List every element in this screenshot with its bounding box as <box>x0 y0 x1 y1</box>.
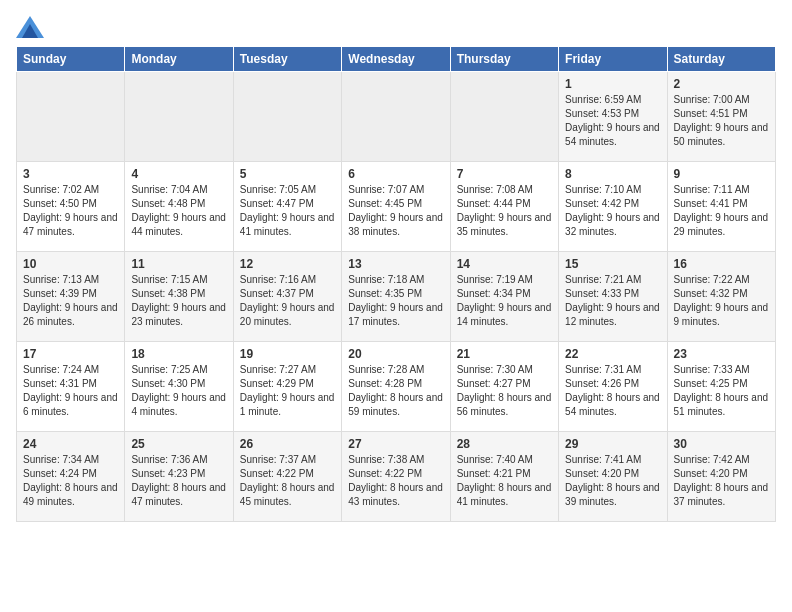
day-cell: 11Sunrise: 7:15 AMSunset: 4:38 PMDayligh… <box>125 252 233 342</box>
day-cell: 9Sunrise: 7:11 AMSunset: 4:41 PMDaylight… <box>667 162 775 252</box>
day-cell <box>233 72 341 162</box>
sunrise: Sunrise: 7:30 AM <box>457 363 552 377</box>
sunset: Sunset: 4:22 PM <box>240 467 335 481</box>
sunrise: Sunrise: 7:34 AM <box>23 453 118 467</box>
day-number: 12 <box>240 257 335 271</box>
day-number: 3 <box>23 167 118 181</box>
day-info: Sunrise: 7:24 AMSunset: 4:31 PMDaylight:… <box>23 363 118 419</box>
day-info: Sunrise: 7:37 AMSunset: 4:22 PMDaylight:… <box>240 453 335 509</box>
sunset: Sunset: 4:51 PM <box>674 107 769 121</box>
day-cell: 12Sunrise: 7:16 AMSunset: 4:37 PMDayligh… <box>233 252 341 342</box>
sunrise: Sunrise: 7:27 AM <box>240 363 335 377</box>
day-cell: 5Sunrise: 7:05 AMSunset: 4:47 PMDaylight… <box>233 162 341 252</box>
day-number: 18 <box>131 347 226 361</box>
day-number: 29 <box>565 437 660 451</box>
day-number: 16 <box>674 257 769 271</box>
sunset: Sunset: 4:24 PM <box>23 467 118 481</box>
day-info: Sunrise: 7:02 AMSunset: 4:50 PMDaylight:… <box>23 183 118 239</box>
sunrise: Sunrise: 7:05 AM <box>240 183 335 197</box>
day-number: 10 <box>23 257 118 271</box>
day-cell: 30Sunrise: 7:42 AMSunset: 4:20 PMDayligh… <box>667 432 775 522</box>
day-number: 15 <box>565 257 660 271</box>
day-number: 7 <box>457 167 552 181</box>
day-number: 17 <box>23 347 118 361</box>
day-cell: 3Sunrise: 7:02 AMSunset: 4:50 PMDaylight… <box>17 162 125 252</box>
sunrise: Sunrise: 7:13 AM <box>23 273 118 287</box>
calendar-table: SundayMondayTuesdayWednesdayThursdayFrid… <box>16 46 776 522</box>
day-number: 9 <box>674 167 769 181</box>
day-number: 6 <box>348 167 443 181</box>
daylight: Daylight: 8 hours and 49 minutes. <box>23 481 118 509</box>
day-number: 24 <box>23 437 118 451</box>
daylight: Daylight: 9 hours and 38 minutes. <box>348 211 443 239</box>
day-number: 2 <box>674 77 769 91</box>
sunrise: Sunrise: 7:16 AM <box>240 273 335 287</box>
sunset: Sunset: 4:33 PM <box>565 287 660 301</box>
day-info: Sunrise: 7:21 AMSunset: 4:33 PMDaylight:… <box>565 273 660 329</box>
day-cell: 18Sunrise: 7:25 AMSunset: 4:30 PMDayligh… <box>125 342 233 432</box>
sunset: Sunset: 4:30 PM <box>131 377 226 391</box>
day-number: 11 <box>131 257 226 271</box>
day-info: Sunrise: 7:33 AMSunset: 4:25 PMDaylight:… <box>674 363 769 419</box>
sunset: Sunset: 4:41 PM <box>674 197 769 211</box>
day-cell: 6Sunrise: 7:07 AMSunset: 4:45 PMDaylight… <box>342 162 450 252</box>
day-number: 14 <box>457 257 552 271</box>
logo-icon <box>16 16 44 38</box>
day-info: Sunrise: 7:11 AMSunset: 4:41 PMDaylight:… <box>674 183 769 239</box>
day-cell: 22Sunrise: 7:31 AMSunset: 4:26 PMDayligh… <box>559 342 667 432</box>
week-row-3: 10Sunrise: 7:13 AMSunset: 4:39 PMDayligh… <box>17 252 776 342</box>
sunrise: Sunrise: 7:37 AM <box>240 453 335 467</box>
sunset: Sunset: 4:21 PM <box>457 467 552 481</box>
sunrise: Sunrise: 7:25 AM <box>131 363 226 377</box>
day-cell: 21Sunrise: 7:30 AMSunset: 4:27 PMDayligh… <box>450 342 558 432</box>
day-info: Sunrise: 7:04 AMSunset: 4:48 PMDaylight:… <box>131 183 226 239</box>
day-info: Sunrise: 6:59 AMSunset: 4:53 PMDaylight:… <box>565 93 660 149</box>
day-cell: 10Sunrise: 7:13 AMSunset: 4:39 PMDayligh… <box>17 252 125 342</box>
day-info: Sunrise: 7:27 AMSunset: 4:29 PMDaylight:… <box>240 363 335 419</box>
day-info: Sunrise: 7:15 AMSunset: 4:38 PMDaylight:… <box>131 273 226 329</box>
sunrise: Sunrise: 7:33 AM <box>674 363 769 377</box>
daylight: Daylight: 8 hours and 37 minutes. <box>674 481 769 509</box>
sunrise: Sunrise: 7:00 AM <box>674 93 769 107</box>
day-number: 19 <box>240 347 335 361</box>
sunrise: Sunrise: 7:21 AM <box>565 273 660 287</box>
sunrise: Sunrise: 7:19 AM <box>457 273 552 287</box>
daylight: Daylight: 9 hours and 4 minutes. <box>131 391 226 419</box>
day-number: 28 <box>457 437 552 451</box>
logo <box>16 16 48 38</box>
day-cell: 7Sunrise: 7:08 AMSunset: 4:44 PMDaylight… <box>450 162 558 252</box>
day-cell: 26Sunrise: 7:37 AMSunset: 4:22 PMDayligh… <box>233 432 341 522</box>
day-cell: 1Sunrise: 6:59 AMSunset: 4:53 PMDaylight… <box>559 72 667 162</box>
sunrise: Sunrise: 7:40 AM <box>457 453 552 467</box>
sunset: Sunset: 4:35 PM <box>348 287 443 301</box>
daylight: Daylight: 8 hours and 39 minutes. <box>565 481 660 509</box>
day-cell: 23Sunrise: 7:33 AMSunset: 4:25 PMDayligh… <box>667 342 775 432</box>
daylight: Daylight: 9 hours and 44 minutes. <box>131 211 226 239</box>
sunrise: Sunrise: 7:15 AM <box>131 273 226 287</box>
week-row-5: 24Sunrise: 7:34 AMSunset: 4:24 PMDayligh… <box>17 432 776 522</box>
day-info: Sunrise: 7:40 AMSunset: 4:21 PMDaylight:… <box>457 453 552 509</box>
day-info: Sunrise: 7:41 AMSunset: 4:20 PMDaylight:… <box>565 453 660 509</box>
day-info: Sunrise: 7:18 AMSunset: 4:35 PMDaylight:… <box>348 273 443 329</box>
page-header <box>16 16 776 38</box>
day-info: Sunrise: 7:38 AMSunset: 4:22 PMDaylight:… <box>348 453 443 509</box>
day-info: Sunrise: 7:25 AMSunset: 4:30 PMDaylight:… <box>131 363 226 419</box>
day-number: 5 <box>240 167 335 181</box>
day-number: 30 <box>674 437 769 451</box>
header-row: SundayMondayTuesdayWednesdayThursdayFrid… <box>17 47 776 72</box>
day-cell <box>17 72 125 162</box>
sunrise: Sunrise: 7:08 AM <box>457 183 552 197</box>
sunset: Sunset: 4:20 PM <box>674 467 769 481</box>
daylight: Daylight: 9 hours and 35 minutes. <box>457 211 552 239</box>
daylight: Daylight: 9 hours and 23 minutes. <box>131 301 226 329</box>
sunset: Sunset: 4:27 PM <box>457 377 552 391</box>
daylight: Daylight: 8 hours and 43 minutes. <box>348 481 443 509</box>
sunrise: Sunrise: 7:24 AM <box>23 363 118 377</box>
sunset: Sunset: 4:37 PM <box>240 287 335 301</box>
sunrise: Sunrise: 7:36 AM <box>131 453 226 467</box>
sunrise: Sunrise: 7:38 AM <box>348 453 443 467</box>
daylight: Daylight: 9 hours and 32 minutes. <box>565 211 660 239</box>
header-cell-saturday: Saturday <box>667 47 775 72</box>
sunset: Sunset: 4:45 PM <box>348 197 443 211</box>
daylight: Daylight: 8 hours and 59 minutes. <box>348 391 443 419</box>
